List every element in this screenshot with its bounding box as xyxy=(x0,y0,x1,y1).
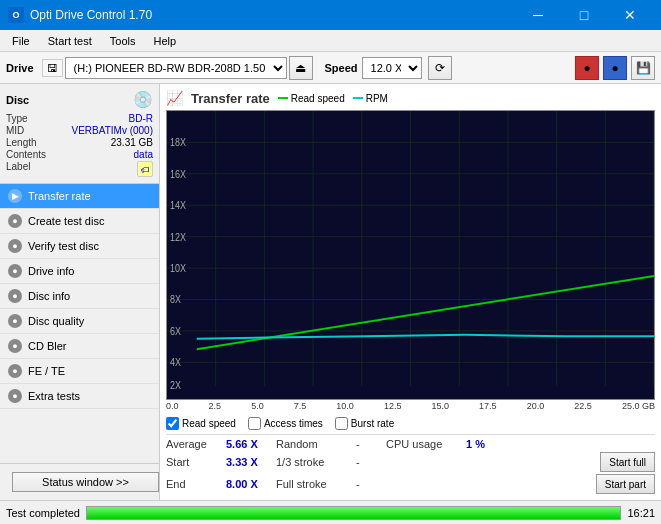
x-label-0: 0.0 xyxy=(166,401,179,411)
speed-select[interactable]: 12.0 X ↓ xyxy=(362,57,422,79)
disc-blue-button[interactable]: ● xyxy=(603,56,627,80)
nav-label-disc-info: Disc info xyxy=(28,290,70,302)
length-value: 23.31 GB xyxy=(50,137,153,148)
nav-label-extra-tests: Extra tests xyxy=(28,390,80,402)
refresh-button[interactable]: ⟳ xyxy=(428,56,452,80)
drive-select[interactable]: (H:) PIONEER BD-RW BDR-208D 1.50 xyxy=(65,57,287,79)
disc-info-grid: Type BD-R MID VERBATIMv (000) Length 23.… xyxy=(6,113,153,177)
menu-bar: File Start test Tools Help xyxy=(0,30,661,52)
label-value: 🏷 xyxy=(50,161,153,177)
nav-item-extra-tests[interactable]: ● Extra tests xyxy=(0,384,159,409)
x-label-25: 25.0 GB xyxy=(622,401,655,411)
verify-test-disc-icon: ● xyxy=(8,239,22,253)
svg-text:6X: 6X xyxy=(170,325,181,337)
drive-toolbar: Drive 🖫 (H:) PIONEER BD-RW BDR-208D 1.50… xyxy=(0,52,661,84)
x-label-5: 5.0 xyxy=(251,401,264,411)
x-label-17-5: 17.5 xyxy=(479,401,497,411)
legend-rpm-label: RPM xyxy=(366,93,388,104)
progress-bar-container xyxy=(86,506,621,520)
stat-cpu-label: CPU usage xyxy=(386,438,466,450)
stat-average-label: Average xyxy=(166,438,226,450)
disc-red-button[interactable]: ● xyxy=(575,56,599,80)
svg-text:8X: 8X xyxy=(170,293,181,305)
x-label-22-5: 22.5 xyxy=(574,401,592,411)
chart-legend: Read speed RPM xyxy=(278,93,388,104)
start-part-button[interactable]: Start part xyxy=(596,474,655,494)
stat-1-3-stroke-label: 1/3 stroke xyxy=(276,456,356,468)
main-layout: Disc 💿 Type BD-R MID VERBATIMv (000) Len… xyxy=(0,84,661,500)
x-label-10: 10.0 xyxy=(336,401,354,411)
app-title: Opti Drive Control 1.70 xyxy=(30,8,152,22)
checkbox-burst-rate[interactable]: Burst rate xyxy=(335,417,394,430)
x-label-2-5: 2.5 xyxy=(209,401,222,411)
status-time: 16:21 xyxy=(627,507,655,519)
stats-row-3: End 8.00 X Full stroke - Start part xyxy=(166,474,655,494)
x-label-12-5: 12.5 xyxy=(384,401,402,411)
stat-end-label: End xyxy=(166,478,226,490)
nav-item-fe-te[interactable]: ● FE / TE xyxy=(0,359,159,384)
nav-label-create-test-disc: Create test disc xyxy=(28,215,104,227)
legend-rpm-dot xyxy=(353,97,363,99)
nav-label-transfer-rate: Transfer rate xyxy=(28,190,91,202)
minimize-button[interactable]: ─ xyxy=(515,0,561,30)
stat-full-stroke-value: - xyxy=(356,478,386,490)
nav-label-fe-te: FE / TE xyxy=(28,365,65,377)
checkbox-read-speed[interactable]: Read speed xyxy=(166,417,236,430)
stat-1-3-stroke-value: - xyxy=(356,456,386,468)
stats-section: Average 5.66 X Random - CPU usage 1 % St… xyxy=(166,434,655,494)
create-test-disc-icon: ● xyxy=(8,214,22,228)
nav-label-drive-info: Drive info xyxy=(28,265,74,277)
mid-value: VERBATIMv (000) xyxy=(50,125,153,136)
extra-tests-icon: ● xyxy=(8,389,22,403)
x-label-20: 20.0 xyxy=(527,401,545,411)
stats-row-1: Average 5.66 X Random - CPU usage 1 % xyxy=(166,438,655,450)
chart-title: Transfer rate xyxy=(191,91,270,106)
disc-icon: 💿 xyxy=(133,90,153,109)
type-label: Type xyxy=(6,113,46,124)
disc-info-icon: ● xyxy=(8,289,22,303)
mid-label: MID xyxy=(6,125,46,136)
status-window-button[interactable]: Status window >> xyxy=(12,472,159,492)
chart-container: 📈 Transfer rate Read speed RPM xyxy=(160,84,661,500)
svg-text:4X: 4X xyxy=(170,356,181,368)
checkbox-access-times[interactable]: Access times xyxy=(248,417,323,430)
menu-tools[interactable]: Tools xyxy=(102,33,144,49)
stat-average-value: 5.66 X xyxy=(226,438,276,450)
disc-section-title: Disc xyxy=(6,94,29,106)
menu-help[interactable]: Help xyxy=(145,33,184,49)
nav-item-verify-test-disc[interactable]: ● Verify test disc xyxy=(0,234,159,259)
length-label: Length xyxy=(6,137,46,148)
title-bar: O Opti Drive Control 1.70 ─ □ ✕ xyxy=(0,0,661,30)
maximize-button[interactable]: □ xyxy=(561,0,607,30)
chart-area: 18X 16X 14X 12X 10X 8X 6X 4X 2X xyxy=(166,110,655,400)
nav-item-create-test-disc[interactable]: ● Create test disc xyxy=(0,209,159,234)
nav-item-disc-info[interactable]: ● Disc info xyxy=(0,284,159,309)
nav-item-transfer-rate[interactable]: ▶ Transfer rate xyxy=(0,184,159,209)
svg-text:16X: 16X xyxy=(170,168,186,180)
svg-text:2X: 2X xyxy=(170,378,181,390)
x-label-15: 15.0 xyxy=(432,401,450,411)
nav-item-cd-bler[interactable]: ● CD Bler xyxy=(0,334,159,359)
drive-info-icon: ● xyxy=(8,264,22,278)
eject-button[interactable]: ⏏ xyxy=(289,56,313,80)
nav-item-disc-quality[interactable]: ● Disc quality xyxy=(0,309,159,334)
legend-read-speed: Read speed xyxy=(278,93,345,104)
chart-svg: 18X 16X 14X 12X 10X 8X 6X 4X 2X xyxy=(167,111,654,399)
type-value: BD-R xyxy=(50,113,153,124)
svg-text:18X: 18X xyxy=(170,136,186,148)
close-button[interactable]: ✕ xyxy=(607,0,653,30)
x-axis-labels: 0.0 2.5 5.0 7.5 10.0 12.5 15.0 17.5 20.0… xyxy=(166,400,655,413)
menu-file[interactable]: File xyxy=(4,33,38,49)
stat-random-value: - xyxy=(356,438,386,450)
menu-start-test[interactable]: Start test xyxy=(40,33,100,49)
nav-item-drive-info[interactable]: ● Drive info xyxy=(0,259,159,284)
stat-random-label: Random xyxy=(276,438,356,450)
save-button[interactable]: 💾 xyxy=(631,56,655,80)
status-text: Test completed xyxy=(6,507,80,519)
svg-text:12X: 12X xyxy=(170,230,186,242)
title-bar-controls: ─ □ ✕ xyxy=(515,0,653,30)
start-full-button[interactable]: Start full xyxy=(600,452,655,472)
status-bar: Test completed 16:21 xyxy=(0,500,661,524)
disc-panel: Disc 💿 Type BD-R MID VERBATIMv (000) Len… xyxy=(0,84,159,184)
main-content: 📈 Transfer rate Read speed RPM xyxy=(160,84,661,500)
